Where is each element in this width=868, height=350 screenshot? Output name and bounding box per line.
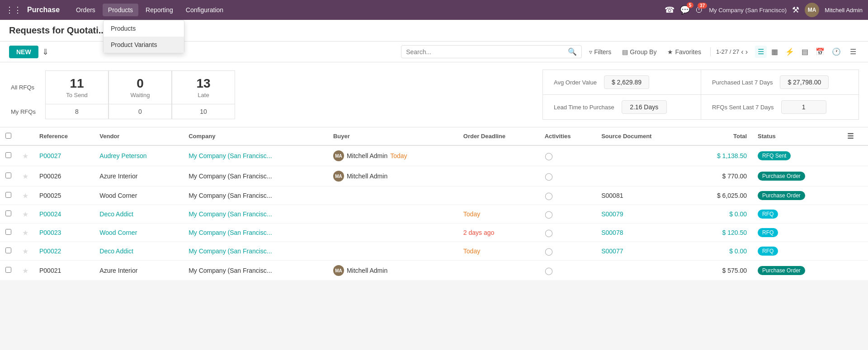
list-view-btn[interactable]: ☰ (755, 46, 767, 58)
settings-icon[interactable]: ⚒ (792, 5, 799, 15)
favorite-star[interactable]: ★ (22, 229, 28, 237)
row-checkbox[interactable] (5, 210, 11, 216)
col-vendor[interactable]: Vendor (94, 127, 183, 145)
upload-button[interactable]: ⇓ (42, 47, 49, 57)
my-waiting-card[interactable]: 0 (108, 104, 172, 119)
my-to-send-card[interactable]: 8 (45, 104, 108, 119)
dropdown-item-products[interactable]: Products (104, 20, 184, 37)
row-checkbox[interactable] (5, 152, 11, 158)
ref-link[interactable]: P00023 (39, 229, 61, 236)
menu-configuration[interactable]: Configuration (180, 4, 229, 16)
search-input[interactable] (406, 48, 568, 56)
source-link[interactable]: S00078 (601, 229, 623, 236)
to-send-card[interactable]: 11 To Send (45, 70, 108, 104)
vendor-link[interactable]: Wood Corner (99, 229, 137, 236)
dropdown-item-product-variants[interactable]: Product Variants (104, 37, 184, 53)
new-button[interactable]: NEW (9, 46, 38, 58)
filter-icon: ▿ (589, 48, 592, 56)
favorite-star[interactable]: ★ (22, 210, 28, 218)
app-name[interactable]: Purchase (27, 6, 60, 14)
row-checkbox[interactable] (5, 229, 11, 235)
favorite-star[interactable]: ★ (22, 152, 28, 160)
col-company[interactable]: Company (183, 127, 328, 145)
activities-clock-icon[interactable]: ◯ (545, 229, 553, 237)
grid-view-btn[interactable]: ⚡ (783, 46, 797, 58)
ref-link[interactable]: P00024 (39, 210, 61, 218)
select-all-checkbox[interactable] (5, 133, 11, 139)
clock-view-btn[interactable]: 🕐 (829, 46, 844, 58)
row-checkbox-col (0, 242, 17, 261)
total-link[interactable]: $ 0.00 (729, 247, 747, 255)
ref-link[interactable]: P00022 (39, 247, 61, 255)
activities-clock-icon[interactable]: ◯ (545, 267, 553, 275)
col-source[interactable]: Source Document (596, 127, 690, 145)
buyer-name: Mitchell Admin (347, 267, 387, 274)
col-status[interactable]: Status (752, 127, 841, 145)
vendor-link[interactable]: Deco Addict (99, 247, 133, 255)
filters-button[interactable]: ▿ Filters (585, 47, 615, 57)
favorite-star[interactable]: ★ (22, 192, 28, 200)
support-icon-btn[interactable]: ☎ (665, 5, 675, 15)
company-link[interactable]: My Company (San Francisc... (189, 229, 272, 236)
row-vendor: Deco Addict (94, 205, 183, 224)
col-total[interactable]: Total (690, 127, 752, 145)
menu-reporting[interactable]: Reporting (140, 4, 179, 16)
col-deadline[interactable]: Order Deadline (458, 127, 539, 145)
top-navigation: ⋮⋮ Purchase Orders Products Reporting Co… (0, 0, 868, 20)
pagination-next[interactable]: › (745, 48, 748, 56)
activities-clock-icon[interactable]: ◯ (545, 192, 553, 200)
company-link[interactable]: My Company (San Francisc... (189, 152, 272, 159)
late-card[interactable]: 13 Late (172, 70, 235, 104)
avatar[interactable]: MA (805, 3, 819, 17)
grid-icon[interactable]: ⋮⋮ (5, 5, 22, 15)
groupby-button[interactable]: ▤ Group By (618, 47, 660, 57)
ref-link[interactable]: P00027 (39, 152, 61, 159)
adjust-columns-icon[interactable]: ☰ (847, 132, 854, 140)
menu-orders[interactable]: Orders (71, 4, 101, 16)
row-checkbox[interactable] (5, 192, 11, 198)
chart-view-btn[interactable]: ▤ (799, 46, 811, 58)
waiting-card[interactable]: 0 Waiting (108, 70, 172, 104)
table-row: ★ P00023 Wood Corner My Company (San Fra… (0, 224, 868, 242)
row-extra (842, 166, 868, 187)
vendor-link[interactable]: Audrey Peterson (99, 152, 146, 159)
activities-clock-icon[interactable]: ◯ (545, 173, 553, 180)
row-checkbox[interactable] (5, 267, 11, 273)
activities-clock-icon[interactable]: ◯ (545, 247, 553, 255)
favorites-button[interactable]: ★ Favorites (664, 47, 705, 57)
row-checkbox[interactable] (5, 173, 11, 178)
groupby-icon: ▤ (622, 48, 628, 56)
total-link[interactable]: $ 1,138.50 (717, 152, 747, 159)
col-activities[interactable]: Activities (539, 127, 596, 145)
company-link[interactable]: My Company (San Francisc... (189, 247, 272, 255)
favorite-star[interactable]: ★ (22, 247, 28, 255)
favorite-star[interactable]: ★ (22, 173, 28, 180)
total-link[interactable]: $ 120.50 (722, 229, 747, 236)
menu-products[interactable]: Products (103, 4, 138, 16)
company-link[interactable]: My Company (San Francisc... (189, 210, 272, 218)
row-checkbox[interactable] (5, 247, 11, 253)
source-link[interactable]: S00077 (601, 247, 623, 255)
source-link[interactable]: S00079 (601, 210, 623, 218)
row-extra (842, 261, 868, 281)
adjust-icon: ☰ (850, 48, 856, 56)
total-link[interactable]: $ 0.00 (729, 210, 747, 218)
my-rfqs-label[interactable]: My RFQs (9, 108, 36, 115)
all-rfqs-label[interactable]: All RFQs (9, 84, 34, 91)
adjust-cols-button[interactable]: ☰ (847, 46, 859, 58)
col-buyer[interactable]: Buyer (328, 127, 458, 145)
activity-icon-btn[interactable]: ⏱ 37 (695, 5, 703, 15)
favorite-star[interactable]: ★ (22, 267, 28, 275)
vendor-link[interactable]: Deco Addict (99, 210, 133, 218)
to-send-label: To Send (55, 92, 99, 98)
activities-clock-icon[interactable]: ◯ (545, 210, 553, 218)
col-reference[interactable]: Reference (34, 127, 94, 145)
pagination-prev[interactable]: ‹ (741, 48, 743, 56)
chat-icon-btn[interactable]: 💬 5 (680, 5, 690, 15)
my-late-card[interactable]: 10 (172, 104, 235, 119)
activities-clock-icon[interactable]: ◯ (545, 152, 553, 160)
calendar-view-btn[interactable]: 📅 (813, 46, 827, 58)
kanban-view-btn[interactable]: ▦ (769, 46, 781, 58)
company-name[interactable]: My Company (San Francisco) (709, 7, 787, 14)
top-menu: Orders Products Reporting Configuration (71, 4, 229, 16)
